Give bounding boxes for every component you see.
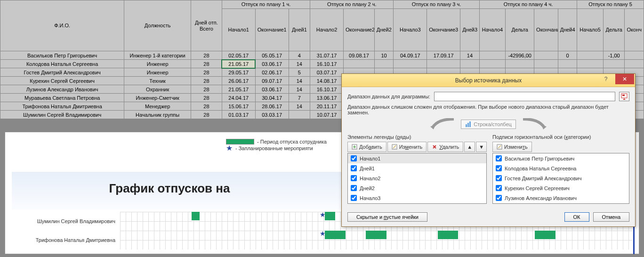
cell[interactable]: 28 bbox=[191, 102, 222, 111]
cell[interactable]: Муравьева Светлана Петровна bbox=[0, 94, 124, 102]
edit-categories-button[interactable]: Изменить bbox=[492, 142, 532, 152]
cell[interactable]: 21.05.17 bbox=[222, 85, 255, 94]
series-item[interactable]: Начало1 bbox=[348, 153, 486, 163]
cell[interactable] bbox=[427, 60, 460, 68]
category-checkbox[interactable] bbox=[496, 165, 502, 171]
cell[interactable]: 7 bbox=[289, 94, 310, 102]
cell[interactable] bbox=[603, 60, 625, 68]
cell[interactable]: 16.10.17 bbox=[310, 60, 344, 68]
cell[interactable]: 5 bbox=[289, 68, 310, 77]
cell[interactable]: -42996,00 bbox=[506, 51, 534, 60]
move-down-button[interactable]: ▼ bbox=[476, 142, 487, 152]
cell[interactable]: 13.06.17 bbox=[310, 94, 344, 102]
cell[interactable]: Инженер bbox=[124, 68, 191, 77]
cell[interactable]: 28 bbox=[191, 51, 222, 60]
cell[interactable] bbox=[460, 60, 480, 68]
cell[interactable]: 04.09.17 bbox=[394, 51, 427, 60]
cell[interactable] bbox=[479, 60, 506, 68]
chart-data-range-input[interactable] bbox=[434, 92, 615, 101]
cell[interactable]: Менеджер bbox=[124, 102, 191, 111]
cell[interactable]: Техник bbox=[124, 77, 191, 85]
category-checkbox[interactable] bbox=[496, 155, 502, 161]
series-checkbox[interactable] bbox=[351, 185, 357, 191]
cell[interactable]: 30.04.17 bbox=[255, 94, 289, 102]
cell[interactable]: 02.06.17 bbox=[255, 68, 289, 77]
cell[interactable]: Гостев Дмитрий Александрович bbox=[0, 68, 124, 77]
cell[interactable] bbox=[625, 60, 644, 68]
cell[interactable]: 14 bbox=[460, 51, 480, 60]
cell[interactable]: Начальник группы bbox=[124, 111, 191, 119]
category-checkbox[interactable] bbox=[496, 175, 502, 181]
cell[interactable]: 14 bbox=[289, 60, 310, 68]
cell[interactable] bbox=[344, 60, 375, 68]
cell[interactable]: 0 bbox=[558, 51, 577, 60]
series-item[interactable]: Дней1 bbox=[348, 163, 486, 173]
cell[interactable] bbox=[558, 60, 577, 68]
cell[interactable] bbox=[479, 51, 506, 60]
category-checkbox[interactable] bbox=[496, 195, 502, 201]
series-checkbox[interactable] bbox=[351, 195, 357, 201]
category-item[interactable]: Курехин Сергей Сергеевич bbox=[493, 183, 629, 193]
hidden-empty-cells-button[interactable]: Скрытые и пустые ячейки bbox=[347, 212, 427, 222]
cell[interactable]: 15.06.17 bbox=[222, 102, 255, 111]
cell[interactable] bbox=[394, 60, 427, 68]
cell[interactable]: Инженер bbox=[124, 60, 191, 68]
category-item[interactable]: Лузинов Александр Иванович bbox=[493, 193, 629, 203]
cell[interactable] bbox=[289, 111, 310, 119]
move-up-button[interactable]: ▲ bbox=[464, 142, 475, 152]
cell[interactable] bbox=[577, 51, 604, 60]
cell[interactable]: 09.07.17 bbox=[255, 77, 289, 85]
cell[interactable]: 16.10.17 bbox=[310, 85, 344, 94]
series-item[interactable]: Начало3 bbox=[348, 193, 486, 203]
cell[interactable]: 28 bbox=[191, 77, 222, 85]
help-button[interactable]: ? bbox=[596, 74, 615, 84]
cell[interactable]: Трифонова Наталья Дмитриевна bbox=[0, 102, 124, 111]
cell[interactable]: 14 bbox=[289, 77, 310, 85]
cell[interactable]: 20.11.17 bbox=[310, 102, 344, 111]
category-item[interactable]: Васильков Петр Григорьевич bbox=[493, 153, 629, 163]
cell[interactable]: Лузинов Александр Иванович bbox=[0, 85, 124, 94]
cell[interactable]: 03.06.17 bbox=[255, 60, 289, 68]
cell[interactable] bbox=[534, 60, 558, 68]
cell[interactable]: 14.08.17 bbox=[310, 77, 344, 85]
close-button[interactable]: ✕ bbox=[615, 74, 634, 84]
cell[interactable]: 05.05.17 bbox=[255, 51, 289, 60]
add-series-button[interactable]: Добавить bbox=[347, 142, 386, 152]
series-checkbox[interactable] bbox=[351, 155, 357, 161]
dialog-titlebar[interactable]: Выбор источника данных ? ✕ bbox=[342, 74, 635, 87]
cell[interactable]: 01.03.17 bbox=[222, 111, 255, 119]
cell[interactable]: Шумилин Сергей Владимирович bbox=[0, 111, 124, 119]
cell[interactable]: 03.03.17 bbox=[255, 111, 289, 119]
cell[interactable]: 02.05.17 bbox=[222, 51, 255, 60]
cell[interactable]: 14 bbox=[289, 102, 310, 111]
cell[interactable]: 28 bbox=[191, 94, 222, 102]
cell[interactable]: Колодова Наталья Сергеевна bbox=[0, 60, 124, 68]
cancel-button[interactable]: Отмена bbox=[593, 212, 629, 222]
ok-button[interactable]: ОК bbox=[564, 212, 589, 222]
cell[interactable]: 17.09.17 bbox=[427, 51, 460, 60]
cell[interactable] bbox=[577, 60, 604, 68]
cell[interactable]: 26.06.17 bbox=[222, 77, 255, 85]
collapse-range-button[interactable] bbox=[619, 92, 629, 101]
cell[interactable]: 28 bbox=[191, 111, 222, 119]
cell[interactable]: 28.06.17 bbox=[255, 102, 289, 111]
cell[interactable]: 09.08.17 bbox=[344, 51, 375, 60]
edit-series-button[interactable]: Изменить bbox=[387, 142, 427, 152]
cell[interactable]: 4 bbox=[289, 51, 310, 60]
series-checkbox[interactable] bbox=[351, 175, 357, 181]
category-item[interactable]: Гостев Дмитрий Александрович bbox=[493, 173, 629, 183]
cell[interactable]: -1,00 bbox=[603, 51, 625, 60]
remove-series-button[interactable]: Удалить bbox=[427, 142, 463, 152]
cell[interactable]: Курехин Сергей Сергеевич bbox=[0, 77, 124, 85]
category-item[interactable]: Колодова Наталья Сергеевна bbox=[493, 163, 629, 173]
category-checkbox[interactable] bbox=[496, 185, 502, 191]
categories-listbox[interactable]: Васильков Петр ГригорьевичКолодова Натал… bbox=[492, 153, 629, 204]
cell[interactable]: 10 bbox=[374, 51, 394, 60]
cell[interactable] bbox=[534, 51, 558, 60]
series-listbox[interactable]: Начало1Дней1Начало2Дней2Начало3 bbox=[347, 153, 487, 204]
cell[interactable]: 28 bbox=[191, 60, 222, 68]
series-checkbox[interactable] bbox=[351, 165, 357, 171]
cell[interactable]: 31.07.17 bbox=[310, 51, 344, 60]
cell[interactable]: 29.05.17 bbox=[222, 68, 255, 77]
cell[interactable]: 21.05.17 bbox=[222, 60, 255, 68]
